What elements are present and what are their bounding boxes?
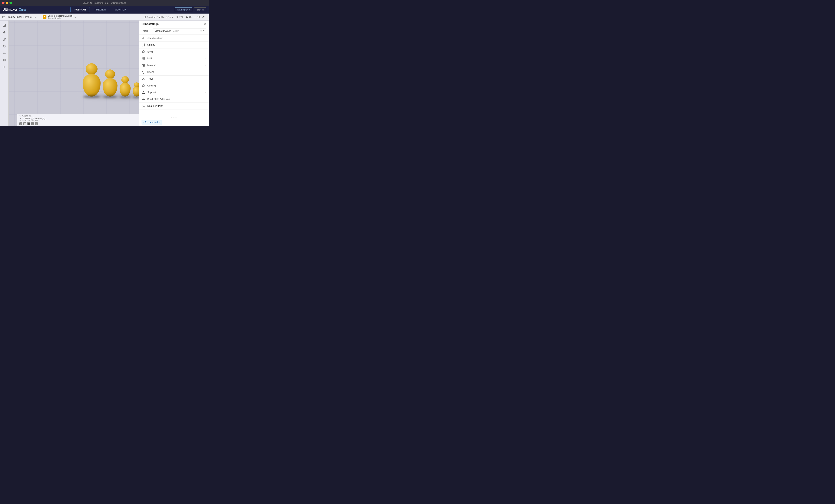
quality-chevron: ‹: [205, 44, 206, 46]
material-badge: ⚑: [43, 15, 46, 19]
material-chevron: ‹: [205, 64, 206, 67]
settings-menu-icon[interactable]: ☰: [204, 36, 206, 40]
svg-rect-0: [144, 18, 144, 18]
speed-setting-icon: [142, 70, 145, 74]
profile-value: 0.2mm: [173, 30, 179, 32]
cooling-setting-icon: [142, 84, 145, 87]
on-off-toggle[interactable]: On | Off: [186, 16, 200, 19]
svg-line-63: [143, 99, 143, 99]
arrange-tool[interactable]: [1, 57, 7, 63]
arrange-icon: [3, 59, 6, 62]
profile-label: Profile: [142, 29, 151, 32]
support-setting-icon: [142, 90, 145, 94]
move-tool[interactable]: [1, 29, 7, 35]
material-selector[interactable]: ⚑ Custom Custom Material 0.4mm Nozzle ‹ …: [43, 15, 76, 19]
quality-selector[interactable]: Standard Quality - 0.2mm: [144, 16, 173, 19]
machine-selector[interactable]: Creality Ender-3 Pro #2 ‹ ›: [2, 15, 36, 19]
recommended-button[interactable]: ‹ Recommended: [142, 120, 162, 124]
expand-icon: [19, 115, 21, 117]
svg-line-66: [144, 99, 145, 99]
marketplace-button[interactable]: Marketplace: [175, 7, 192, 12]
tab-preview[interactable]: PREVIEW: [90, 7, 110, 12]
dots-row: • • •: [142, 114, 206, 120]
minimize-button[interactable]: [6, 2, 8, 4]
support-tool[interactable]: [1, 64, 7, 70]
svg-rect-19: [4, 60, 5, 61]
select-tool[interactable]: [1, 22, 7, 28]
setting-shell[interactable]: Shell ‹: [139, 48, 209, 55]
rotate-tool[interactable]: [1, 43, 7, 49]
models-container: [83, 63, 148, 97]
tab-monitor[interactable]: MONITOR: [111, 7, 130, 12]
travel-chevron: ‹: [205, 78, 206, 80]
setting-speed[interactable]: Speed ‹: [139, 69, 209, 76]
obj-icon-1: ⬡: [19, 122, 22, 125]
svg-rect-34: [144, 44, 145, 46]
obj-icon-4: ❐: [31, 122, 34, 125]
close-button[interactable]: [2, 2, 4, 4]
svg-line-58: [142, 86, 143, 87]
svg-point-29: [142, 37, 144, 39]
setting-support[interactable]: Support ‹: [139, 89, 209, 96]
object-icons: ⬡ ⬜ ⬛ ❐ ⊞: [19, 122, 137, 125]
window-controls[interactable]: [2, 2, 12, 4]
dual-extrusion-label: Dual Extrusion: [147, 105, 205, 107]
infill-chevron: ‹: [205, 57, 206, 60]
svg-rect-61: [144, 91, 144, 93]
top-nav: Ultimaker Cura PREPARE PREVIEW MONITOR M…: [0, 6, 209, 14]
shell-label: Shell: [147, 50, 205, 53]
edit-button[interactable]: [202, 15, 205, 19]
svg-line-30: [143, 38, 144, 39]
setting-cooling[interactable]: Cooling ‹: [139, 82, 209, 89]
object-row: CE3PRO_Transform_1_2: [19, 117, 137, 120]
tab-prepare[interactable]: PREPARE: [70, 7, 90, 12]
panel-close-button[interactable]: ✕: [204, 22, 206, 25]
speed-label: Speed: [147, 71, 205, 74]
scale-tool[interactable]: [1, 36, 7, 42]
svg-marker-14: [3, 52, 3, 54]
material-setting-icon: [142, 63, 145, 67]
material-name: Custom Custom Material: [48, 15, 73, 17]
profile-dropdown[interactable]: Standard Quality 0.2mm ☆ ▾: [152, 28, 206, 33]
search-input[interactable]: [146, 36, 202, 40]
star-icon: ☆: [200, 29, 202, 32]
toolbar-row: Creality Ender-3 Pro #2 ‹ › ⚑ Custom Cus…: [0, 14, 209, 21]
visibility-control[interactable]: 90%: [175, 16, 183, 19]
dual-setting-icon: [142, 104, 145, 108]
svg-rect-68: [142, 106, 143, 107]
move-icon: [3, 30, 6, 34]
svg-rect-32: [143, 45, 143, 46]
svg-rect-70: [143, 105, 143, 106]
svg-rect-11: [3, 39, 4, 40]
plate-chevron: ‹: [205, 98, 206, 101]
setting-build-plate[interactable]: Build Plate Adhesion ‹: [139, 96, 209, 103]
panel-bottom: • • • ‹ Recommended: [139, 113, 209, 126]
doll-1-head: [86, 63, 98, 75]
select-icon: [3, 24, 6, 27]
maximize-button[interactable]: [9, 2, 12, 4]
main-area: Object list CE3PRO_Transform_1_2 46.8 × …: [0, 21, 209, 126]
shell-chevron: ‹: [205, 50, 206, 53]
setting-material[interactable]: Material ‹: [139, 62, 209, 69]
svg-rect-1: [145, 17, 145, 18]
svg-rect-2: [145, 16, 146, 18]
mirror-tool[interactable]: [1, 50, 7, 56]
doll-3: [120, 76, 131, 97]
dropdown-chevron: ▾: [203, 29, 204, 32]
signin-button[interactable]: Sign in: [194, 7, 206, 12]
bottom-bar: Object list CE3PRO_Transform_1_2 46.8 × …: [17, 113, 139, 126]
obj-icon-2: ⬜: [23, 122, 26, 125]
setting-infill[interactable]: Infill ‹: [139, 55, 209, 62]
doll-1: [83, 63, 101, 97]
quality-label: Standard Quality - 0.2mm: [147, 16, 173, 18]
setting-travel[interactable]: Travel ‹: [139, 76, 209, 82]
logo-cura: Cura: [19, 8, 26, 12]
svg-rect-47: [142, 64, 145, 65]
setting-dual-extrusion[interactable]: Dual Extrusion ‹: [139, 103, 209, 109]
object-dims: 46.8 × 10.6 × 14.2 mm: [19, 120, 137, 122]
quality-icon: [144, 16, 146, 19]
setting-quality[interactable]: Quality ‹: [139, 42, 209, 48]
doll-2-head: [105, 69, 115, 79]
left-toolbar: [0, 21, 8, 126]
svg-line-62: [142, 99, 142, 99]
